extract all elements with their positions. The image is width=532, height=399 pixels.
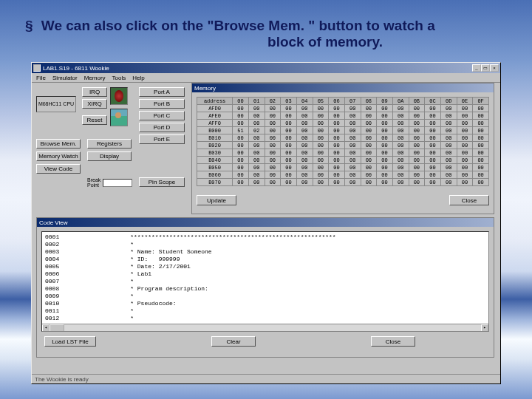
mem-cell[interactable]: 00 bbox=[392, 127, 409, 134]
mem-cell[interactable]: 00 bbox=[440, 171, 457, 179]
mem-cell[interactable]: 00 bbox=[409, 157, 425, 164]
memory-title[interactable]: Memory bbox=[192, 83, 494, 92]
mem-cell[interactable]: 00 bbox=[425, 171, 441, 179]
mem-cell[interactable]: 00 bbox=[392, 134, 409, 142]
mem-cell[interactable]: 00 bbox=[265, 142, 281, 149]
mem-cell[interactable]: 00 bbox=[265, 112, 281, 120]
mem-cell[interactable]: 00 bbox=[440, 134, 457, 142]
memory-watch-button[interactable]: Memory Watch bbox=[36, 151, 81, 161]
mem-cell[interactable]: 00 bbox=[329, 127, 345, 134]
mem-cell[interactable]: 00 bbox=[281, 157, 297, 164]
mem-cell[interactable]: 00 bbox=[473, 134, 489, 142]
mem-cell[interactable]: 00 bbox=[281, 171, 297, 179]
mem-cell[interactable]: 00 bbox=[473, 157, 489, 164]
scroll-right-icon[interactable]: ▸ bbox=[481, 324, 488, 332]
mem-cell[interactable]: 00 bbox=[457, 149, 473, 157]
mem-cell[interactable]: 02 bbox=[248, 127, 265, 134]
mem-cell[interactable]: 00 bbox=[440, 127, 457, 134]
mem-cell[interactable]: 00 bbox=[313, 179, 329, 186]
mem-cell[interactable]: 00 bbox=[473, 120, 489, 127]
mem-cell[interactable]: 00 bbox=[361, 112, 377, 120]
mem-cell[interactable]: 00 bbox=[296, 171, 313, 179]
mem-cell[interactable]: 00 bbox=[440, 164, 457, 171]
mem-cell[interactable]: 00 bbox=[296, 179, 313, 186]
view-code-button[interactable]: View Code bbox=[36, 164, 81, 174]
mem-cell[interactable]: 00 bbox=[329, 179, 345, 186]
break-point-input[interactable] bbox=[103, 179, 132, 187]
mem-cell[interactable]: 00 bbox=[425, 149, 441, 157]
menu-tools[interactable]: Tools bbox=[112, 75, 126, 81]
mem-cell[interactable]: 00 bbox=[392, 164, 409, 171]
mem-cell[interactable]: 00 bbox=[329, 112, 345, 120]
mem-cell[interactable]: 00 bbox=[265, 171, 281, 179]
memory-update-button[interactable]: Update bbox=[197, 195, 236, 205]
mem-cell[interactable]: 00 bbox=[248, 112, 265, 120]
mem-cell[interactable]: 00 bbox=[329, 149, 345, 157]
mem-cell[interactable]: 00 bbox=[409, 105, 425, 112]
mem-cell[interactable]: 00 bbox=[344, 179, 361, 186]
mem-cell[interactable]: 00 bbox=[377, 112, 393, 120]
mem-cell[interactable]: 51 bbox=[233, 127, 249, 134]
mem-cell[interactable]: 00 bbox=[377, 179, 393, 186]
mem-cell[interactable]: 00 bbox=[361, 134, 377, 142]
mem-cell[interactable]: 00 bbox=[313, 120, 329, 127]
mem-cell[interactable]: 00 bbox=[457, 112, 473, 120]
mem-cell[interactable]: 00 bbox=[329, 171, 345, 179]
mem-cell[interactable]: 00 bbox=[265, 127, 281, 134]
mem-cell[interactable]: 00 bbox=[313, 112, 329, 120]
mem-cell[interactable]: 00 bbox=[313, 164, 329, 171]
mem-cell[interactable]: 00 bbox=[392, 120, 409, 127]
mem-cell[interactable]: 00 bbox=[361, 179, 377, 186]
mem-cell[interactable]: 00 bbox=[313, 149, 329, 157]
mem-cell[interactable]: 00 bbox=[409, 112, 425, 120]
mem-cell[interactable]: 00 bbox=[248, 120, 265, 127]
mem-cell[interactable]: 00 bbox=[425, 142, 441, 149]
mem-cell[interactable]: 00 bbox=[233, 157, 249, 164]
mem-cell[interactable]: 00 bbox=[392, 171, 409, 179]
mem-cell[interactable]: 00 bbox=[425, 127, 441, 134]
maximize-button[interactable]: ▭ bbox=[481, 64, 490, 72]
mem-cell[interactable]: 00 bbox=[265, 157, 281, 164]
mem-cell[interactable]: 00 bbox=[281, 164, 297, 171]
mem-cell[interactable]: 00 bbox=[409, 164, 425, 171]
mem-cell[interactable]: 00 bbox=[313, 142, 329, 149]
mem-cell[interactable]: 00 bbox=[344, 157, 361, 164]
mem-cell[interactable]: 00 bbox=[329, 105, 345, 112]
mem-cell[interactable]: 00 bbox=[296, 127, 313, 134]
mem-cell[interactable]: 00 bbox=[409, 127, 425, 134]
mem-cell[interactable]: 00 bbox=[440, 105, 457, 112]
mem-cell[interactable]: 00 bbox=[296, 112, 313, 120]
mem-cell[interactable]: 00 bbox=[457, 142, 473, 149]
xirq-button[interactable]: XIRQ bbox=[82, 99, 107, 109]
mem-cell[interactable]: 00 bbox=[265, 179, 281, 186]
mem-cell[interactable]: 00 bbox=[265, 149, 281, 157]
mem-cell[interactable]: 00 bbox=[409, 179, 425, 186]
mem-cell[interactable]: 00 bbox=[265, 105, 281, 112]
code-close-button[interactable]: Close bbox=[371, 336, 415, 347]
reset-button[interactable]: Reset bbox=[82, 115, 107, 125]
menu-memory[interactable]: Memory bbox=[84, 75, 106, 81]
mem-cell[interactable]: 00 bbox=[296, 149, 313, 157]
mem-cell[interactable]: 00 bbox=[344, 120, 361, 127]
mem-cell[interactable]: 00 bbox=[281, 120, 297, 127]
mem-cell[interactable]: 00 bbox=[329, 157, 345, 164]
mem-cell[interactable]: 00 bbox=[281, 142, 297, 149]
mem-cell[interactable]: 00 bbox=[233, 120, 249, 127]
mem-cell[interactable]: 00 bbox=[440, 142, 457, 149]
mem-cell[interactable]: 00 bbox=[233, 164, 249, 171]
mem-cell[interactable]: 00 bbox=[457, 105, 473, 112]
mem-cell[interactable]: 00 bbox=[377, 149, 393, 157]
mem-cell[interactable]: 00 bbox=[377, 164, 393, 171]
mem-cell[interactable]: 00 bbox=[233, 112, 249, 120]
menu-simulator[interactable]: Simulator bbox=[52, 75, 78, 81]
mem-cell[interactable]: 00 bbox=[457, 120, 473, 127]
mem-cell[interactable]: 00 bbox=[425, 105, 441, 112]
mem-cell[interactable]: 00 bbox=[248, 134, 265, 142]
code-title[interactable]: Code View bbox=[37, 218, 494, 227]
mem-cell[interactable]: 00 bbox=[233, 171, 249, 179]
mem-cell[interactable]: 00 bbox=[344, 171, 361, 179]
mem-cell[interactable]: 00 bbox=[344, 164, 361, 171]
mem-cell[interactable]: 00 bbox=[344, 142, 361, 149]
mem-cell[interactable]: 00 bbox=[313, 134, 329, 142]
mem-cell[interactable]: 00 bbox=[265, 164, 281, 171]
